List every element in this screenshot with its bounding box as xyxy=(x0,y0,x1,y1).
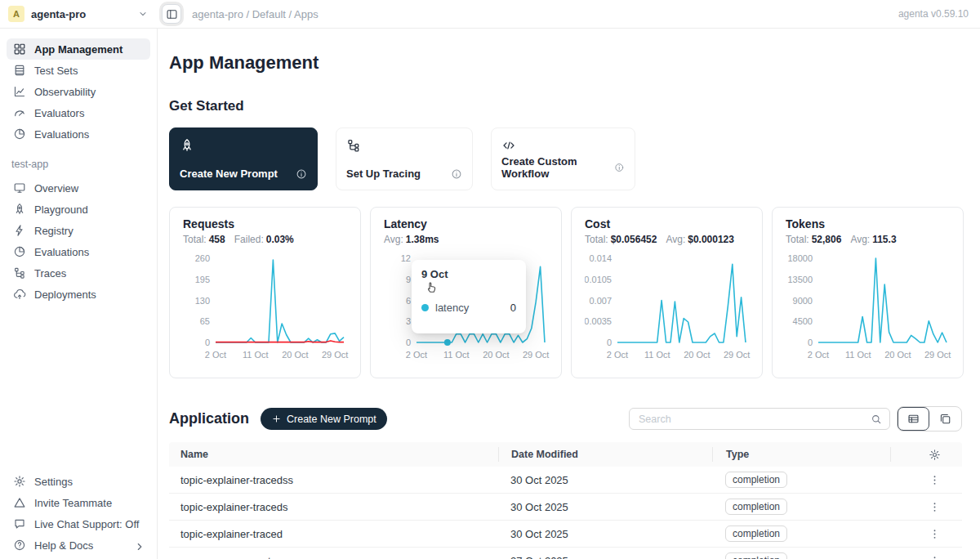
svg-text:11 Oct: 11 Oct xyxy=(845,350,871,360)
gear-icon xyxy=(13,475,26,488)
column-header-type[interactable]: Type xyxy=(712,447,890,462)
metric-card-tokens: TokensTotal:52,806Avg:115.31800013500900… xyxy=(772,207,964,378)
sidebar-item-help-docs[interactable]: Help & Docs xyxy=(7,534,150,556)
row-more-actions-icon[interactable] xyxy=(929,474,941,486)
sidebar-item-evaluations[interactable]: Evaluations xyxy=(7,123,150,145)
svg-text:29 Oct: 29 Oct xyxy=(322,350,348,360)
page-title: App Management xyxy=(169,52,962,74)
svg-text:195: 195 xyxy=(195,275,210,284)
rocket-icon xyxy=(13,203,26,216)
app-name: topic-explainer-traceds xyxy=(169,501,498,513)
svg-text:20 Oct: 20 Oct xyxy=(282,350,308,360)
sidebar-item-deployments[interactable]: Deployments xyxy=(7,284,150,305)
svg-text:260: 260 xyxy=(195,253,210,263)
info-icon[interactable] xyxy=(296,168,307,180)
sidebar-item-registry[interactable]: Registry xyxy=(7,220,150,241)
table-row[interactable]: topic-explainer-traced30 Oct 2025complet… xyxy=(169,521,962,548)
svg-text:2 Oct: 2 Oct xyxy=(607,350,628,360)
sidebar-item-observability[interactable]: Observability xyxy=(7,81,150,102)
info-icon[interactable] xyxy=(451,168,462,180)
svg-text:0: 0 xyxy=(607,338,612,347)
sidebar-item-invite-teammate[interactable]: Invite Teammate xyxy=(7,492,150,513)
app-date-modified: 27 Oct 2025 xyxy=(498,555,712,559)
sidebar-item-live-chat-support-off[interactable]: Live Chat Support: Off xyxy=(7,513,150,534)
view-toggle xyxy=(897,406,962,432)
workspace-selector[interactable]: A agenta-pro xyxy=(8,6,149,22)
observability-icon xyxy=(13,85,26,98)
metric-stat: Total:52,806 xyxy=(786,234,841,245)
top-bar: A agenta-pro agenta-pro / Default / Apps… xyxy=(0,0,980,29)
sidebar-item-label: Invite Teammate xyxy=(34,497,112,509)
table-header-row: Name Date Modified Type xyxy=(169,442,962,467)
table-row[interactable]: topic-explainer-traceds30 Oct 2025comple… xyxy=(169,494,962,521)
cursor-icon xyxy=(425,280,439,294)
sidebar-item-app-management[interactable]: App Management xyxy=(7,38,150,60)
metric-stat: Failed:0.03% xyxy=(234,234,294,245)
table-row[interactable]: career-assessment27 Oct 2025completion xyxy=(169,548,962,559)
row-more-actions-icon[interactable] xyxy=(929,555,941,559)
svg-text:0.014: 0.014 xyxy=(589,253,612,263)
app-name: topic-explainer-traced xyxy=(169,528,498,540)
svg-text:2 Oct: 2 Oct xyxy=(205,350,226,360)
sidebar-item-playground[interactable]: Playground xyxy=(7,199,150,220)
metric-stats: Total:$0.056452Avg:$0.000123 xyxy=(585,234,749,245)
chevron-down-icon xyxy=(137,8,149,20)
svg-text:20 Oct: 20 Oct xyxy=(684,350,710,360)
evals-icon xyxy=(13,245,26,258)
sidebar-item-evaluators[interactable]: Evaluators xyxy=(7,102,150,123)
row-more-actions-icon[interactable] xyxy=(929,501,941,513)
create-custom-workflow-card[interactable]: Create Custom Workflow xyxy=(491,127,635,190)
sidebar-item-label: App Management xyxy=(34,43,122,56)
sidebar-item-label: Test Sets xyxy=(34,65,78,77)
sidebar-item-label: Evaluators xyxy=(34,107,84,119)
set-up-tracing-card[interactable]: Set Up Tracing xyxy=(336,127,473,190)
app-type: completion xyxy=(712,499,890,515)
type-badge: completion xyxy=(725,499,787,515)
search-box xyxy=(629,408,890,430)
table-view-button[interactable] xyxy=(898,407,929,431)
app-type: completion xyxy=(712,472,890,488)
chart-plot[interactable]: 2601951306502 Oct11 Oct20 Oct29 Oct xyxy=(183,247,349,369)
applications-table: Name Date Modified Type topic-explainer-… xyxy=(169,442,962,559)
tests-icon xyxy=(13,64,26,77)
column-header-date-modified[interactable]: Date Modified xyxy=(498,447,712,462)
sidebar-item-label: Live Chat Support: Off xyxy=(34,518,139,530)
chart-plot[interactable]: 0.0140.01050.0070.003502 Oct11 Oct20 Oct… xyxy=(585,247,751,369)
column-header-name[interactable]: Name xyxy=(169,449,498,460)
info-icon[interactable] xyxy=(614,162,625,173)
svg-text:20 Oct: 20 Oct xyxy=(884,350,911,360)
chart-plot[interactable]: 18000135009000450002 Oct11 Oct20 Oct29 O… xyxy=(786,247,951,369)
sidebar-item-test-sets[interactable]: Test Sets xyxy=(7,60,150,81)
sidebar-item-traces[interactable]: Traces xyxy=(7,262,150,284)
metric-stats: Avg:1.38ms xyxy=(384,234,548,245)
workspace-name: agenta-pro xyxy=(31,8,131,20)
table-row[interactable]: topic-explainer-tracedss30 Oct 2025compl… xyxy=(169,467,962,494)
create-new-prompt-button[interactable]: Create New Prompt xyxy=(261,408,387,430)
app-name: career-assessment xyxy=(169,555,498,559)
sidebar-item-overview[interactable]: Overview xyxy=(7,177,150,199)
svg-text:29 Oct: 29 Oct xyxy=(523,350,549,360)
card-view-button[interactable] xyxy=(929,407,961,431)
svg-text:20 Oct: 20 Oct xyxy=(483,350,509,360)
sidebar-item-evaluations[interactable]: Evaluations xyxy=(7,241,150,262)
table-settings-gear-icon[interactable] xyxy=(929,449,941,461)
sidebar-item-label: Observability xyxy=(34,86,96,98)
svg-text:29 Oct: 29 Oct xyxy=(724,350,750,360)
svg-text:11 Oct: 11 Oct xyxy=(644,350,670,360)
sidebar-item-label: Evaluations xyxy=(34,128,89,141)
sidebar-item-label: Traces xyxy=(34,267,66,280)
app-name: topic-explainer-tracedss xyxy=(169,474,498,486)
svg-text:0: 0 xyxy=(406,338,411,347)
tooltip-value: 0 xyxy=(510,302,516,314)
app-type: completion xyxy=(712,552,890,559)
search-icon[interactable] xyxy=(871,414,882,425)
main-content: App Management Get Started Create New Pr… xyxy=(158,29,980,559)
application-title: Application xyxy=(169,410,249,427)
svg-text:9000: 9000 xyxy=(793,296,813,306)
sidebar-item-settings[interactable]: Settings xyxy=(7,471,150,492)
sidebar-toggle-button[interactable] xyxy=(162,4,181,24)
search-input[interactable] xyxy=(637,413,871,426)
sidebar-item-label: Playground xyxy=(34,203,88,216)
create-new-prompt-card[interactable]: Create New Prompt xyxy=(169,127,318,190)
row-more-actions-icon[interactable] xyxy=(929,528,941,540)
